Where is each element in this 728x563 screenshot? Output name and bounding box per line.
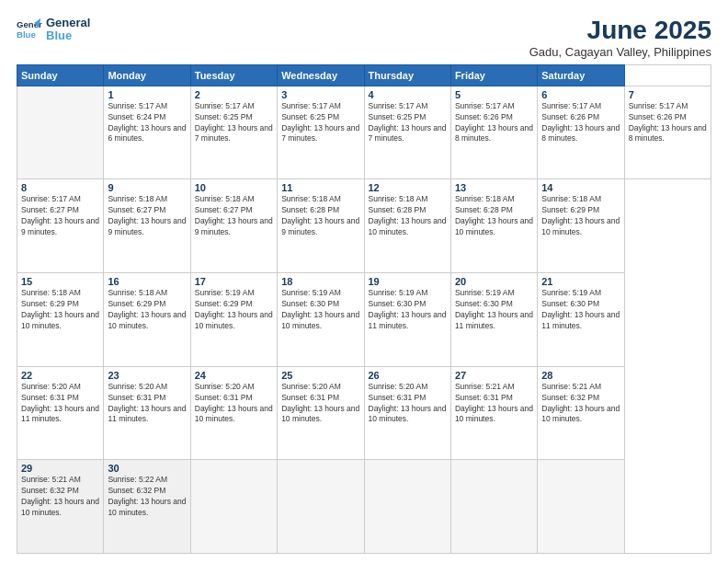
calendar-cell: 28Sunrise: 5:21 AM Sunset: 6:32 PM Dayli… <box>538 366 624 460</box>
calendar-cell: 30Sunrise: 5:22 AM Sunset: 6:32 PM Dayli… <box>104 460 190 554</box>
week-row-1: 8Sunrise: 5:17 AM Sunset: 6:27 PM Daylig… <box>17 179 711 273</box>
week-row-2: 15Sunrise: 5:18 AM Sunset: 6:29 PM Dayli… <box>17 273 711 367</box>
day-number: 18 <box>281 276 359 287</box>
calendar-cell: 11Sunrise: 5:18 AM Sunset: 6:28 PM Dayli… <box>278 179 364 273</box>
day-info: Sunrise: 5:19 AM Sunset: 6:30 PM Dayligh… <box>369 288 447 332</box>
day-info: Sunrise: 5:18 AM Sunset: 6:29 PM Dayligh… <box>108 288 186 332</box>
calendar-cell: 21Sunrise: 5:19 AM Sunset: 6:30 PM Dayli… <box>538 273 624 367</box>
day-info: Sunrise: 5:18 AM Sunset: 6:27 PM Dayligh… <box>108 194 186 238</box>
calendar-cell: 4Sunrise: 5:17 AM Sunset: 6:25 PM Daylig… <box>364 86 450 179</box>
day-number: 22 <box>21 370 99 381</box>
calendar-cell <box>538 460 624 554</box>
calendar-cell: 5Sunrise: 5:17 AM Sunset: 6:26 PM Daylig… <box>450 86 537 179</box>
calendar-header: SundayMondayTuesdayWednesdayThursdayFrid… <box>17 64 711 86</box>
calendar-cell: 20Sunrise: 5:19 AM Sunset: 6:30 PM Dayli… <box>450 273 537 367</box>
header-row: SundayMondayTuesdayWednesdayThursdayFrid… <box>17 64 711 86</box>
calendar-cell <box>364 460 450 554</box>
day-number: 19 <box>369 276 447 287</box>
day-info: Sunrise: 5:19 AM Sunset: 6:29 PM Dayligh… <box>195 288 273 332</box>
day-info: Sunrise: 5:19 AM Sunset: 6:30 PM Dayligh… <box>541 288 620 332</box>
calendar-cell: 22Sunrise: 5:20 AM Sunset: 6:31 PM Dayli… <box>17 366 104 460</box>
calendar-table: SundayMondayTuesdayWednesdayThursdayFrid… <box>17 64 711 554</box>
day-number: 23 <box>108 370 186 381</box>
calendar-cell: 10Sunrise: 5:18 AM Sunset: 6:27 PM Dayli… <box>190 179 277 273</box>
day-info: Sunrise: 5:18 AM Sunset: 6:29 PM Dayligh… <box>541 194 620 238</box>
calendar-cell: 29Sunrise: 5:21 AM Sunset: 6:32 PM Dayli… <box>17 460 104 554</box>
day-header-sunday: Sunday <box>17 64 104 86</box>
day-number: 25 <box>281 370 359 381</box>
calendar-cell: 16Sunrise: 5:18 AM Sunset: 6:29 PM Dayli… <box>104 273 190 367</box>
day-info: Sunrise: 5:18 AM Sunset: 6:27 PM Dayligh… <box>195 194 273 238</box>
day-number: 28 <box>541 370 620 381</box>
day-info: Sunrise: 5:17 AM Sunset: 6:25 PM Dayligh… <box>195 101 273 145</box>
calendar-body: 1Sunrise: 5:17 AM Sunset: 6:24 PM Daylig… <box>17 86 711 553</box>
day-info: Sunrise: 5:21 AM Sunset: 6:31 PM Dayligh… <box>455 382 533 426</box>
day-header-tuesday: Tuesday <box>190 64 277 86</box>
day-number: 4 <box>369 89 447 100</box>
day-number: 1 <box>108 89 186 100</box>
logo: General Blue General Blue <box>17 17 90 43</box>
logo-line1: General <box>46 17 90 29</box>
day-info: Sunrise: 5:17 AM Sunset: 6:26 PM Dayligh… <box>455 101 533 145</box>
calendar-cell: 6Sunrise: 5:17 AM Sunset: 6:26 PM Daylig… <box>538 86 624 179</box>
calendar-cell: 27Sunrise: 5:21 AM Sunset: 6:31 PM Dayli… <box>450 366 537 460</box>
logo-line2: Blue <box>46 29 90 42</box>
day-number: 26 <box>369 370 447 381</box>
day-header-monday: Monday <box>104 64 190 86</box>
day-info: Sunrise: 5:18 AM Sunset: 6:28 PM Dayligh… <box>455 194 533 238</box>
day-number: 3 <box>281 89 359 100</box>
day-info: Sunrise: 5:19 AM Sunset: 6:30 PM Dayligh… <box>455 288 533 332</box>
day-header-friday: Friday <box>450 64 537 86</box>
week-row-4: 29Sunrise: 5:21 AM Sunset: 6:32 PM Dayli… <box>17 460 711 554</box>
calendar-cell: 17Sunrise: 5:19 AM Sunset: 6:29 PM Dayli… <box>190 273 277 367</box>
calendar-cell: 24Sunrise: 5:20 AM Sunset: 6:31 PM Dayli… <box>190 366 277 460</box>
day-number: 17 <box>195 276 273 287</box>
day-info: Sunrise: 5:20 AM Sunset: 6:31 PM Dayligh… <box>108 382 186 426</box>
day-info: Sunrise: 5:20 AM Sunset: 6:31 PM Dayligh… <box>195 382 273 426</box>
page: General Blue General Blue June 2025 Gadu… <box>0 0 728 563</box>
day-number: 15 <box>21 276 99 287</box>
day-info: Sunrise: 5:22 AM Sunset: 6:32 PM Dayligh… <box>108 475 186 519</box>
svg-text:Blue: Blue <box>17 29 36 40</box>
calendar-cell: 1Sunrise: 5:17 AM Sunset: 6:24 PM Daylig… <box>104 86 190 179</box>
day-number: 13 <box>455 182 533 193</box>
calendar-cell: 9Sunrise: 5:18 AM Sunset: 6:27 PM Daylig… <box>104 179 190 273</box>
calendar-cell: 14Sunrise: 5:18 AM Sunset: 6:29 PM Dayli… <box>538 179 624 273</box>
calendar-cell <box>450 460 537 554</box>
day-number: 9 <box>108 182 186 193</box>
day-number: 27 <box>455 370 533 381</box>
calendar-cell: 19Sunrise: 5:19 AM Sunset: 6:30 PM Dayli… <box>364 273 450 367</box>
day-number: 21 <box>541 276 620 287</box>
day-info: Sunrise: 5:17 AM Sunset: 6:25 PM Dayligh… <box>369 101 447 145</box>
main-title: June 2025 <box>529 17 711 45</box>
calendar-cell: 3Sunrise: 5:17 AM Sunset: 6:25 PM Daylig… <box>278 86 364 179</box>
day-info: Sunrise: 5:17 AM Sunset: 6:26 PM Dayligh… <box>629 101 707 145</box>
day-number: 11 <box>281 182 359 193</box>
calendar-cell: 2Sunrise: 5:17 AM Sunset: 6:25 PM Daylig… <box>190 86 277 179</box>
day-number: 16 <box>108 276 186 287</box>
day-number: 10 <box>195 182 273 193</box>
day-header-thursday: Thursday <box>364 64 450 86</box>
header: General Blue General Blue June 2025 Gadu… <box>17 17 711 59</box>
subtitle: Gadu, Cagayan Valley, Philippines <box>529 45 711 59</box>
week-row-3: 22Sunrise: 5:20 AM Sunset: 6:31 PM Dayli… <box>17 366 711 460</box>
day-header-wednesday: Wednesday <box>278 64 364 86</box>
day-number: 6 <box>541 89 620 100</box>
day-number: 12 <box>369 182 447 193</box>
day-number: 2 <box>195 89 273 100</box>
calendar-cell: 18Sunrise: 5:19 AM Sunset: 6:30 PM Dayli… <box>278 273 364 367</box>
logo-text: General Blue <box>46 17 90 43</box>
calendar-cell <box>190 460 277 554</box>
day-info: Sunrise: 5:20 AM Sunset: 6:31 PM Dayligh… <box>281 382 359 426</box>
day-info: Sunrise: 5:17 AM Sunset: 6:24 PM Dayligh… <box>108 101 186 145</box>
calendar-cell: 15Sunrise: 5:18 AM Sunset: 6:29 PM Dayli… <box>17 273 104 367</box>
day-info: Sunrise: 5:18 AM Sunset: 6:28 PM Dayligh… <box>281 194 359 238</box>
calendar-cell: 7Sunrise: 5:17 AM Sunset: 6:26 PM Daylig… <box>624 86 711 179</box>
calendar-cell: 12Sunrise: 5:18 AM Sunset: 6:28 PM Dayli… <box>364 179 450 273</box>
day-info: Sunrise: 5:21 AM Sunset: 6:32 PM Dayligh… <box>541 382 620 426</box>
day-number: 14 <box>541 182 620 193</box>
calendar-cell: 26Sunrise: 5:20 AM Sunset: 6:31 PM Dayli… <box>364 366 450 460</box>
day-info: Sunrise: 5:20 AM Sunset: 6:31 PM Dayligh… <box>369 382 447 426</box>
day-info: Sunrise: 5:20 AM Sunset: 6:31 PM Dayligh… <box>21 382 99 426</box>
day-number: 20 <box>455 276 533 287</box>
